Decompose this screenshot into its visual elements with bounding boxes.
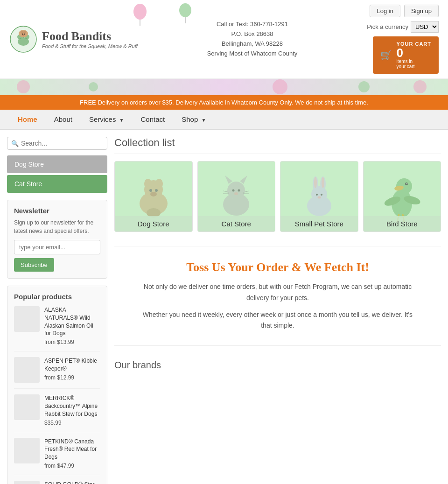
product-thumbnail: [14, 306, 40, 332]
login-button[interactable]: Log in: [370, 5, 400, 17]
product-info: MERRICK® Backcountry™ Alpine Rabbit Stew…: [44, 394, 100, 426]
collection-card-bird[interactable]: Bird Store: [363, 161, 441, 232]
svg-point-33: [238, 189, 240, 192]
cart-count: 0: [397, 47, 431, 59]
svg-point-17: [273, 79, 287, 94]
product-price: from $13.99: [44, 339, 100, 345]
banner-decoration: [0, 79, 448, 95]
collection-label-dog: Dog Store: [115, 216, 192, 231]
nav-link-about[interactable]: About: [46, 110, 81, 129]
cat-illustration: [213, 171, 259, 222]
sidebar: 🔍 Dog Store Cat Store Newsletter Sign up…: [7, 137, 114, 484]
cat-store-button[interactable]: Cat Store: [7, 175, 107, 193]
fetch-text-2: Whether you need it weekly, every other …: [138, 309, 418, 332]
header-actions: Log in Sign up Pick a currency USD 🛒 YOU…: [367, 5, 439, 74]
nav-link-home[interactable]: Home: [9, 110, 46, 129]
services-arrow: ▼: [119, 118, 124, 123]
collection-card-cat[interactable]: Cat Store: [197, 161, 276, 232]
list-item[interactable]: ASPEN PET® Kibble Keeper® from $12.99: [14, 357, 100, 389]
list-item[interactable]: PETKIND® Canada Fresh® Red Meat for Dogs…: [14, 438, 100, 475]
brands-section: Our brands: [114, 355, 441, 385]
product-info: SOLID GOLD® Star Chaser™ Chicken & Brown…: [44, 481, 100, 484]
banner-svg: [0, 79, 448, 95]
cart-button[interactable]: 🛒 YOUR CART 0 items in your cart: [373, 36, 439, 74]
nav-item-services[interactable]: Services ▼: [81, 110, 133, 129]
nav-item-home[interactable]: Home: [9, 110, 46, 129]
collection-label-rabbit: Small Pet Store: [280, 216, 358, 231]
nav-item-shop[interactable]: Shop ▼: [173, 110, 214, 129]
subscribe-button[interactable]: Subscribe: [14, 258, 54, 272]
dog-illustration: [130, 171, 177, 222]
product-name: ASPEN PET® Kibble Keeper®: [44, 357, 100, 373]
newsletter-title: Newsletter: [14, 207, 100, 215]
product-thumbnail: [14, 394, 40, 420]
dog-store-button[interactable]: Dog Store: [7, 155, 107, 173]
product-price: from $12.99: [44, 374, 100, 381]
product-list: ALASKA NATURALS® Wild Alaskan Salmon Oil…: [14, 306, 100, 484]
search-box[interactable]: 🔍: [7, 137, 107, 150]
fetch-title: Toss Us Your Order & We Fetch It!: [124, 260, 432, 274]
logo-text: Food Bandits Food & Stuff for the Squeak…: [42, 29, 138, 49]
svg-point-22: [144, 179, 152, 189]
collection-label-cat: Cat Store: [198, 216, 275, 231]
svg-point-16: [89, 82, 98, 91]
logo-area: Food Bandits Food & Stuff for the Squeak…: [9, 25, 138, 53]
svg-point-5: [19, 30, 28, 37]
list-item[interactable]: MERRICK® Backcountry™ Alpine Rabbit Stew…: [14, 394, 100, 432]
svg-point-19: [413, 80, 427, 93]
main-container: 🔍 Dog Store Cat Store Newsletter Sign up…: [0, 130, 448, 484]
nav-link-shop[interactable]: Shop ▼: [173, 110, 214, 129]
shop-arrow: ▼: [201, 118, 206, 123]
auth-buttons: Log in Sign up: [370, 5, 439, 17]
svg-point-51: [405, 182, 408, 185]
signup-button[interactable]: Sign up: [404, 5, 439, 17]
newsletter-description: Sign up to our newsletter for the latest…: [14, 218, 100, 235]
nav-item-about[interactable]: About: [46, 110, 81, 129]
svg-point-26: [150, 192, 157, 196]
svg-point-34: [234, 192, 238, 195]
logo-icon: [9, 25, 37, 53]
nav-link-services[interactable]: Services ▼: [81, 110, 133, 129]
svg-point-32: [232, 189, 235, 192]
svg-point-6: [21, 31, 23, 34]
cart-icon: 🛒: [380, 49, 392, 61]
announcement-bar: FREE Delivery on orders over $35. Delive…: [0, 95, 448, 110]
svg-point-46: [321, 194, 322, 196]
product-info: PETKIND® Canada Fresh® Red Meat for Dogs…: [44, 438, 100, 469]
svg-point-18: [358, 81, 370, 92]
popular-products-title: Popular products: [14, 293, 100, 301]
nav-item-contact[interactable]: Contact: [132, 110, 173, 129]
header: Food Bandits Food & Stuff for the Squeak…: [0, 0, 448, 79]
currency-selector: Pick a currency USD: [367, 21, 439, 33]
collection-card-dog[interactable]: Dog Store: [114, 161, 193, 232]
list-item[interactable]: ALASKA NATURALS® Wild Alaskan Salmon Oil…: [14, 306, 100, 351]
product-name: PETKIND® Canada Fresh® Red Meat for Dogs: [44, 438, 100, 461]
collection-card-rabbit[interactable]: Small Pet Store: [280, 161, 358, 232]
svg-point-8: [22, 34, 23, 35]
balloon-green: [177, 2, 194, 23]
product-name: SOLID GOLD® Star Chaser™ Chicken & Brown…: [44, 481, 100, 484]
product-thumbnail: [14, 438, 40, 463]
balloon-pink: [131, 2, 149, 26]
nav-link-contact[interactable]: Contact: [132, 110, 173, 129]
email-input[interactable]: [14, 240, 100, 254]
svg-point-43: [314, 177, 317, 188]
list-item[interactable]: SOLID GOLD® Star Chaser™ Chicken & Brown…: [14, 481, 100, 484]
brands-title: Our brands: [114, 360, 441, 371]
search-input[interactable]: [21, 140, 103, 147]
product-info: ASPEN PET® Kibble Keeper® from $12.99: [44, 357, 100, 383]
product-name: ALASKA NATURALS® Wild Alaskan Salmon Oil…: [44, 306, 100, 337]
announcement-text: FREE Delivery on orders over $35. Delive…: [80, 99, 368, 106]
product-info: ALASKA NATURALS® Wild Alaskan Salmon Oil…: [44, 306, 100, 345]
svg-point-7: [23, 31, 26, 34]
rabbit-illustration: [296, 171, 343, 222]
svg-point-10: [22, 35, 24, 35]
main-nav: Home About Services ▼ Contact Shop ▼: [0, 110, 448, 130]
brand-tagline: Food & Stuff for the Squeak, Meow & Ruff: [42, 43, 138, 49]
main-content: Collection list Dog St: [114, 137, 441, 484]
svg-point-29: [227, 182, 245, 199]
brand-name: Food Bandits: [42, 29, 138, 43]
svg-point-24: [149, 189, 152, 192]
collection-label-bird: Bird Store: [364, 216, 441, 231]
currency-dropdown[interactable]: USD: [411, 21, 439, 33]
